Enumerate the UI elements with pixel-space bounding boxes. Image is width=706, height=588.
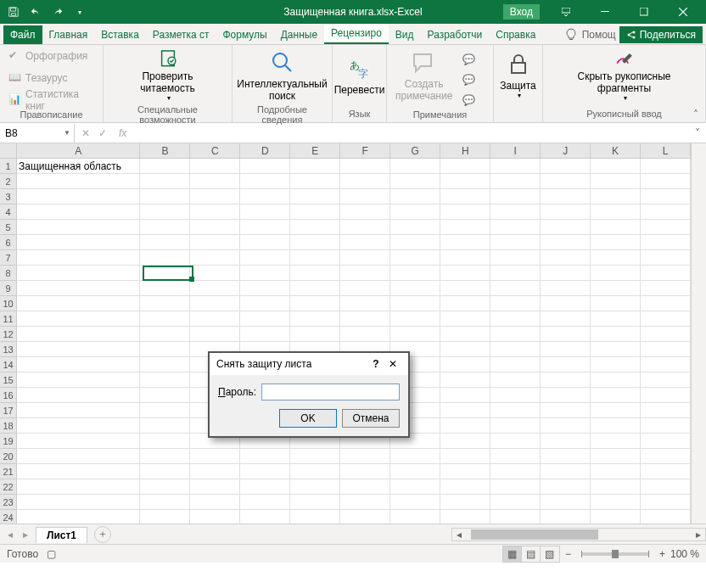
- cell[interactable]: [240, 250, 290, 266]
- cell[interactable]: [641, 235, 691, 250]
- cell[interactable]: [140, 311, 190, 327]
- col-header[interactable]: J: [541, 143, 591, 159]
- col-header[interactable]: G: [390, 143, 440, 159]
- select-all-button[interactable]: [0, 143, 17, 159]
- row-header[interactable]: 18: [0, 418, 17, 434]
- cell[interactable]: [290, 235, 340, 250]
- row-header[interactable]: 16: [0, 388, 17, 403]
- col-header[interactable]: F: [340, 143, 390, 159]
- cell[interactable]: [641, 281, 691, 296]
- spelling-button[interactable]: ✔Орфография: [5, 47, 91, 65]
- cell[interactable]: [190, 311, 240, 327]
- cell[interactable]: [641, 388, 691, 403]
- cell[interactable]: [140, 403, 190, 418]
- cell[interactable]: [541, 403, 591, 418]
- cell[interactable]: [641, 479, 691, 495]
- cell[interactable]: [440, 189, 490, 204]
- row-header[interactable]: 5: [0, 220, 17, 235]
- cell[interactable]: [440, 403, 490, 418]
- cell[interactable]: [140, 479, 190, 495]
- cell[interactable]: [17, 403, 140, 418]
- cell[interactable]: [490, 449, 541, 464]
- cell[interactable]: [290, 495, 340, 510]
- cell[interactable]: [641, 159, 691, 174]
- cell[interactable]: [390, 311, 440, 327]
- cell[interactable]: [240, 159, 290, 174]
- cell[interactable]: [591, 403, 641, 418]
- row-header[interactable]: 9: [0, 281, 17, 296]
- thesaurus-button[interactable]: 📖Тезаурус: [5, 69, 70, 87]
- cell[interactable]: [340, 250, 390, 266]
- horizontal-scrollbar[interactable]: ◂ ▸: [451, 528, 706, 541]
- cell[interactable]: [240, 327, 290, 342]
- cell[interactable]: [17, 266, 140, 281]
- cell[interactable]: [17, 495, 140, 510]
- zoom-out-icon[interactable]: −: [565, 548, 571, 560]
- cell[interactable]: [190, 464, 240, 479]
- cell[interactable]: [17, 220, 140, 235]
- zoom-slider[interactable]: [581, 552, 649, 556]
- cell[interactable]: [591, 174, 641, 189]
- cell[interactable]: [140, 372, 190, 388]
- cell[interactable]: [490, 342, 541, 357]
- view-normal-icon[interactable]: ▦: [503, 546, 522, 562]
- cell[interactable]: [140, 266, 190, 281]
- cell[interactable]: [541, 327, 591, 342]
- cell[interactable]: [591, 296, 641, 311]
- cell[interactable]: [17, 327, 140, 342]
- dialog-close-icon[interactable]: ✕: [384, 358, 401, 370]
- tab-file[interactable]: Файл: [3, 25, 42, 44]
- smart-lookup-button[interactable]: Интеллектуальный поиск: [238, 47, 327, 104]
- cell[interactable]: [340, 281, 390, 296]
- cell[interactable]: [340, 235, 390, 250]
- view-page-break-icon[interactable]: ▧: [541, 546, 559, 562]
- hide-ink-button[interactable]: Скрыть рукописные фрагменты▾: [574, 47, 674, 104]
- cell[interactable]: [591, 449, 641, 464]
- cell[interactable]: [541, 449, 591, 464]
- cell[interactable]: [290, 189, 340, 204]
- row-header[interactable]: 6: [0, 235, 17, 250]
- cell[interactable]: [140, 220, 190, 235]
- password-input[interactable]: [261, 384, 400, 400]
- sheet-next-icon[interactable]: ▸: [19, 529, 32, 540]
- cell[interactable]: [641, 296, 691, 311]
- translate-button[interactable]: あ字 Перевести: [338, 47, 381, 104]
- row-header[interactable]: 11: [0, 311, 17, 327]
- cells[interactable]: Защищенная область: [17, 159, 691, 524]
- cell[interactable]: [440, 174, 490, 189]
- row-header[interactable]: 8: [0, 266, 17, 281]
- view-page-layout-icon[interactable]: ▤: [522, 546, 541, 562]
- row-header[interactable]: 14: [0, 357, 17, 372]
- name-box[interactable]: ▼: [0, 124, 75, 143]
- cell[interactable]: [290, 296, 340, 311]
- cell[interactable]: [641, 372, 691, 388]
- cell[interactable]: [440, 266, 490, 281]
- cell[interactable]: [541, 479, 591, 495]
- cell[interactable]: [17, 296, 140, 311]
- cell[interactable]: [591, 266, 641, 281]
- cell[interactable]: [440, 342, 490, 357]
- cell[interactable]: [641, 250, 691, 266]
- cell[interactable]: [17, 189, 140, 204]
- row-header[interactable]: 10: [0, 296, 17, 311]
- cell[interactable]: [140, 189, 190, 204]
- cell[interactable]: [440, 479, 490, 495]
- protect-button[interactable]: Защита▾: [497, 47, 540, 104]
- cell[interactable]: [340, 174, 390, 189]
- cell[interactable]: [541, 235, 591, 250]
- cell[interactable]: [541, 434, 591, 449]
- cell[interactable]: [490, 311, 541, 327]
- cell[interactable]: [641, 342, 691, 357]
- cell[interactable]: [140, 204, 190, 220]
- cell[interactable]: [140, 510, 190, 524]
- cell[interactable]: [290, 174, 340, 189]
- cell[interactable]: [440, 250, 490, 266]
- cell[interactable]: [541, 357, 591, 372]
- cell[interactable]: [17, 281, 140, 296]
- tab-help[interactable]: Справка: [489, 25, 542, 44]
- cell[interactable]: [340, 159, 390, 174]
- cell[interactable]: [591, 418, 641, 434]
- cell[interactable]: [290, 479, 340, 495]
- cell[interactable]: [340, 479, 390, 495]
- tell-me-label[interactable]: Помощ: [582, 29, 616, 41]
